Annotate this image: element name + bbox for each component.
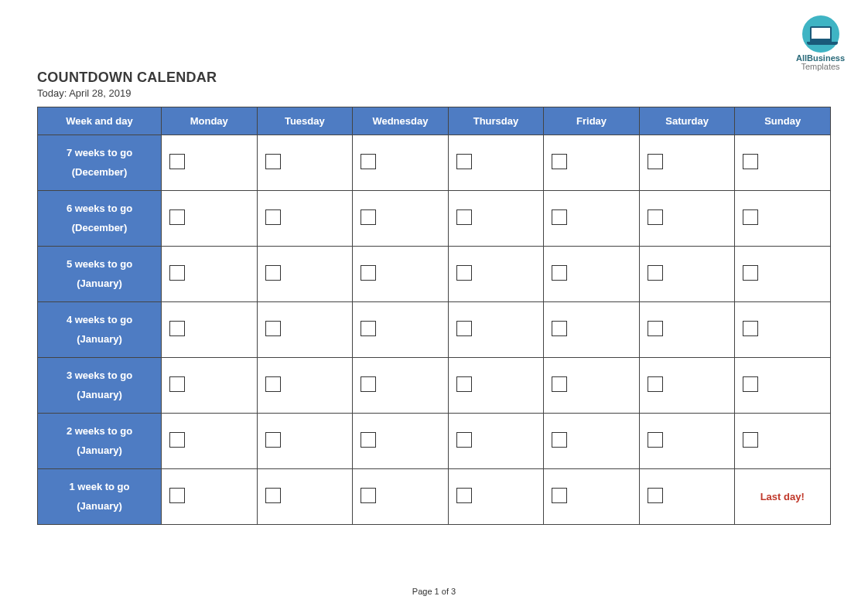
checkbox-icon[interactable] [169,154,185,169]
day-cell [735,414,831,469]
day-cell [353,191,449,247]
checkbox-icon[interactable] [743,154,758,169]
row-label: 5 weeks to go(January) [38,247,162,302]
day-cell [639,135,735,191]
day-cell [353,247,449,302]
day-cell [353,469,449,525]
checkbox-icon[interactable] [552,265,567,281]
checkbox-icon[interactable] [169,321,185,336]
row-label-top: 7 weeks to go [67,147,132,158]
checkbox-icon[interactable] [648,488,663,503]
day-cell [353,358,449,414]
day-cell [639,469,735,525]
checkbox-icon[interactable] [552,154,567,169]
day-cell [448,469,544,525]
checkbox-icon[interactable] [361,321,376,336]
checkbox-icon[interactable] [361,265,376,281]
table-row: 7 weeks to go(December) [38,135,831,191]
day-cell [735,247,831,302]
checkbox-icon[interactable] [456,376,472,392]
checkbox-icon[interactable] [169,209,185,225]
checkbox-icon[interactable] [743,321,758,336]
checkbox-icon[interactable] [743,265,758,281]
day-cell [257,302,353,358]
checkbox-icon[interactable] [456,154,472,169]
col-header-fri: Friday [544,107,640,135]
day-cell [639,358,735,414]
checkbox-icon[interactable] [361,376,376,392]
day-cell [544,191,640,247]
header-row: Week and day Monday Tuesday Wednesday Th… [38,107,831,135]
day-cell [257,135,353,191]
row-label: 4 weeks to go(January) [38,302,162,358]
checkbox-icon[interactable] [552,209,567,225]
row-label-top: 3 weeks to go [67,370,132,381]
row-label: 1 week to go(January) [38,469,162,525]
checkbox-icon[interactable] [265,376,281,392]
checkbox-icon[interactable] [648,432,663,448]
checkbox-icon[interactable] [456,321,472,336]
checkbox-icon[interactable] [552,321,567,336]
checkbox-icon[interactable] [648,154,663,169]
col-header-week: Week and day [38,107,162,135]
checkbox-icon[interactable] [552,488,567,503]
checkbox-icon[interactable] [648,265,663,281]
checkbox-icon[interactable] [456,488,472,503]
checkbox-icon[interactable] [169,265,185,281]
page-footer: Page 1 of 3 [0,587,868,596]
checkbox-icon[interactable] [169,376,185,392]
day-cell [162,469,258,525]
checkbox-icon[interactable] [743,376,758,392]
day-cell [257,191,353,247]
day-cell [544,358,640,414]
checkbox-icon[interactable] [265,209,281,225]
day-cell [353,414,449,469]
page-content: COUNTDOWN CALENDAR Today: April 28, 2019… [0,0,868,525]
checkbox-icon[interactable] [648,209,663,225]
checkbox-icon[interactable] [361,488,376,503]
row-label: 6 weeks to go(December) [38,191,162,247]
checkbox-icon[interactable] [169,488,185,503]
checkbox-icon[interactable] [361,432,376,448]
day-cell [448,247,544,302]
row-label: 7 weeks to go(December) [38,135,162,191]
checkbox-icon[interactable] [265,265,281,281]
checkbox-icon[interactable] [552,376,567,392]
col-header-wed: Wednesday [353,107,449,135]
row-label-bottom: (January) [77,278,122,289]
checkbox-icon[interactable] [169,432,185,448]
checkbox-icon[interactable] [743,209,758,225]
row-label: 3 weeks to go(January) [38,358,162,414]
table-row: 6 weeks to go(December) [38,191,831,247]
today-date: Today: April 28, 2019 [37,87,831,99]
checkbox-icon[interactable] [456,209,472,225]
row-label-top: 6 weeks to go [67,203,132,214]
checkbox-icon[interactable] [456,432,472,448]
checkbox-icon[interactable] [265,321,281,336]
checkbox-icon[interactable] [456,265,472,281]
day-cell [448,358,544,414]
day-cell [448,414,544,469]
checkbox-icon[interactable] [265,488,281,503]
day-cell [162,358,258,414]
checkbox-icon[interactable] [743,432,758,448]
day-cell [544,469,640,525]
day-cell [353,302,449,358]
checkbox-icon[interactable] [361,154,376,169]
checkbox-icon[interactable] [648,376,663,392]
day-cell [257,358,353,414]
checkbox-icon[interactable] [265,154,281,169]
row-label-top: 4 weeks to go [67,314,132,325]
day-cell [162,247,258,302]
checkbox-icon[interactable] [361,209,376,225]
day-cell [257,414,353,469]
countdown-table: Week and day Monday Tuesday Wednesday Th… [37,107,831,525]
table-row: 4 weeks to go(January) [38,302,831,358]
col-header-mon: Monday [162,107,258,135]
day-cell [162,302,258,358]
day-cell: Last day! [735,469,831,525]
checkbox-icon[interactable] [552,432,567,448]
checkbox-icon[interactable] [648,321,663,336]
checkbox-icon[interactable] [265,432,281,448]
row-label-top: 5 weeks to go [67,258,132,270]
